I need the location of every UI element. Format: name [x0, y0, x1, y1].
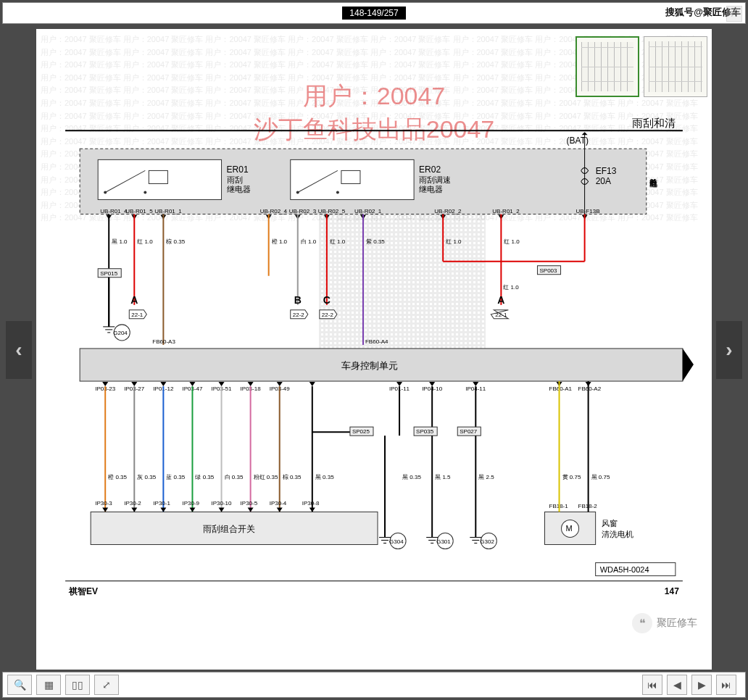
svg-text:22-2: 22-2 [322, 312, 334, 318]
svg-text:IP30-5: IP30-5 [241, 500, 258, 507]
top-toolbar: 148-149/257 搜狐号@聚匠修车 ✕ [2, 2, 746, 24]
bcm-label: 车身控制单元 [341, 360, 398, 371]
svg-text:黑 1.0: 黑 1.0 [112, 238, 128, 245]
prev-button[interactable]: ◀ [667, 675, 687, 695]
svg-marker-158 [219, 507, 225, 512]
svg-text:ER02: ER02 [419, 164, 441, 175]
svg-text:UB-R02_2: UB-R02_2 [434, 208, 462, 214]
fusebox-label: 前舱电器盒 [650, 179, 658, 188]
svg-text:G302: G302 [480, 538, 494, 545]
svg-text:FB60-A3: FB60-A3 [152, 338, 175, 345]
svg-text:灰 0.35: 灰 0.35 [137, 474, 156, 480]
book-view-button[interactable]: ▯▯ [65, 675, 90, 695]
svg-text:22-2: 22-2 [293, 312, 305, 318]
last-icon: ⏭ [721, 679, 731, 691]
svg-text:棕 0.35: 棕 0.35 [166, 238, 185, 245]
page-canvas[interactable]: 用户：20047 聚匠修车 用户：20047 聚匠修车 用户：20047 聚匠修… [36, 29, 712, 670]
svg-text:IP30-9: IP30-9 [182, 500, 199, 507]
bottom-toolbar: 🔍 ▦ ▯▯ ⤢ ⏮ ◀ ▶ ⏭ [2, 672, 746, 698]
grid-icon: ▦ [44, 679, 54, 691]
svg-text:UB-R02_4: UB-R02_4 [260, 208, 288, 214]
svg-marker-121 [309, 382, 315, 386]
svg-text:B: B [294, 294, 302, 306]
svg-point-17 [336, 191, 339, 193]
svg-text:蓝 0.35: 蓝 0.35 [166, 474, 185, 480]
svg-text:红 1.0: 红 1.0 [137, 238, 153, 245]
book-icon: ▯▯ [72, 679, 83, 691]
svg-text:雨刮: 雨刮 [227, 175, 243, 184]
svg-text:G304: G304 [389, 538, 404, 545]
svg-text:黑 0.35: 黑 0.35 [402, 474, 421, 480]
svg-marker-92 [683, 349, 694, 381]
ground-g204: G204 [103, 278, 130, 341]
svg-text:紫 0.35: 紫 0.35 [366, 238, 385, 245]
ground-g304: G304 [379, 436, 406, 549]
svg-marker-162 [277, 507, 283, 512]
drawing-number: WDA5H-0024 [600, 565, 649, 574]
svg-marker-160 [248, 507, 254, 512]
first-page-button[interactable]: ⏮ [642, 675, 662, 695]
chevron-left-icon: ‹ [15, 338, 22, 362]
svg-text:红 1.0: 红 1.0 [446, 238, 462, 245]
svg-text:棕 0.35: 棕 0.35 [283, 474, 302, 480]
brand-overlay: ❝ 聚匠修车 [632, 613, 697, 633]
svg-text:FB60-A2: FB60-A2 [578, 386, 602, 392]
svg-text:黑 2.5: 黑 2.5 [478, 474, 494, 480]
svg-text:UB-R02_3: UB-R02_3 [289, 208, 317, 214]
svg-marker-152 [131, 507, 137, 512]
wiring-diagram: 雨刮和清 (BAT) 前舱电器盒 ER01 雨刮 继电器 [36, 29, 712, 668]
ground-g302: G302 [470, 436, 496, 549]
svg-text:黑 0.35: 黑 0.35 [315, 474, 334, 480]
svg-text:继电器: 继电器 [227, 185, 251, 193]
svg-text:白 0.35: 白 0.35 [225, 474, 244, 480]
wiper-switch-label: 雨刮组合开关 [203, 524, 255, 534]
svg-text:SP035: SP035 [416, 428, 434, 435]
svg-text:FB60-A1: FB60-A1 [549, 386, 573, 392]
svg-text:雨刮调速: 雨刮调速 [419, 175, 451, 184]
svg-text:继电器: 继电器 [419, 185, 443, 193]
svg-marker-3 [582, 132, 588, 135]
next-page-button[interactable]: › [716, 321, 742, 379]
last-page-button[interactable]: ⏭ [716, 675, 736, 695]
next-icon: ▶ [698, 679, 706, 691]
svg-text:FB60-A4: FB60-A4 [365, 338, 388, 345]
magnifier-icon: 🔍 [14, 679, 26, 691]
zoom-button[interactable]: 🔍 [7, 675, 32, 695]
bat-label: (BAT) [567, 136, 589, 146]
svg-text:G204: G204 [113, 330, 128, 336]
svg-text:SP003: SP003 [539, 267, 557, 274]
thumbnails-button[interactable]: ▦ [36, 675, 61, 695]
close-button[interactable]: ✕ [726, 6, 742, 22]
svg-point-9 [144, 191, 146, 193]
svg-rect-13 [291, 159, 414, 199]
prev-icon: ◀ [673, 679, 681, 691]
wechat-icon: ❝ [632, 613, 652, 633]
prev-page-button[interactable]: ‹ [6, 321, 32, 379]
fullscreen-button[interactable]: ⤢ [94, 675, 119, 695]
svg-marker-156 [189, 507, 195, 512]
svg-text:IP30-8: IP30-8 [302, 500, 320, 507]
svg-text:SP027: SP027 [460, 428, 478, 435]
svg-marker-150 [102, 507, 108, 512]
svg-text:A: A [130, 294, 138, 306]
svg-text:粉红 0.35: 粉红 0.35 [254, 474, 278, 480]
svg-text:红 1.0: 红 1.0 [330, 238, 346, 245]
svg-text:IP30-3: IP30-3 [95, 500, 112, 507]
svg-point-8 [104, 191, 107, 193]
svg-text:黑 1.5: 黑 1.5 [435, 474, 451, 480]
footer-pagenum: 147 [665, 586, 679, 596]
svg-text:黑 0.75: 黑 0.75 [591, 474, 610, 480]
diagram-title: 雨刮和清 [632, 117, 676, 129]
svg-text:UB-R01_1: UB-R01_1 [154, 208, 182, 214]
svg-text:SP015: SP015 [100, 270, 118, 277]
svg-text:SP025: SP025 [352, 428, 370, 435]
svg-text:白 1.0: 白 1.0 [301, 238, 317, 245]
svg-text:红 1.0: 红 1.0 [503, 284, 519, 291]
next-button[interactable]: ▶ [691, 675, 712, 695]
pdf-viewer: 148-149/257 搜狐号@聚匠修车 ✕ ‹ › 用户：20047 聚匠修车… [0, 0, 748, 700]
svg-text:22-1: 22-1 [131, 312, 144, 318]
svg-text:20A: 20A [596, 176, 611, 186]
svg-text:UB-R02_5: UB-R02_5 [318, 208, 346, 214]
ground-g301: G301 [426, 436, 453, 549]
svg-marker-164 [309, 507, 315, 512]
